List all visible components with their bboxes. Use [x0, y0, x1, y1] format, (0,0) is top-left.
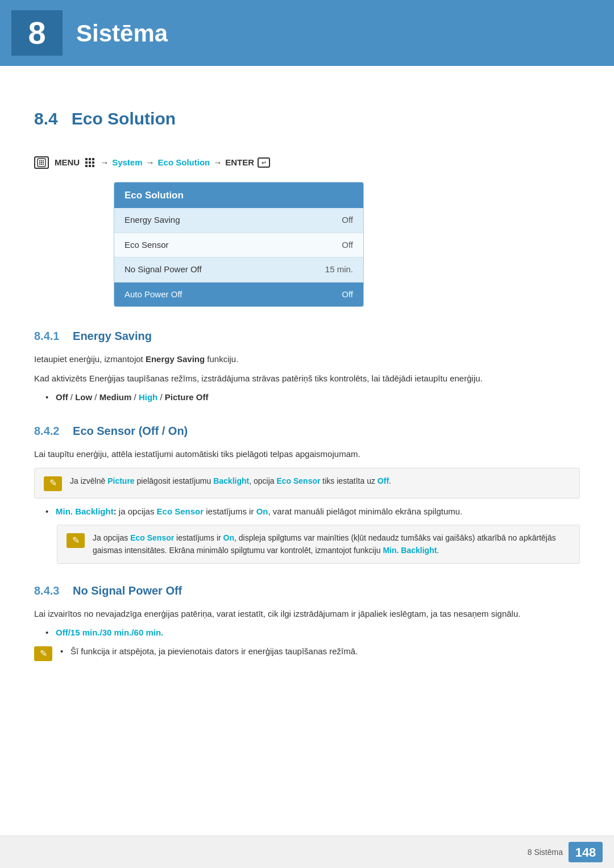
- menu-label: MENU: [55, 156, 80, 169]
- arrow2: →: [146, 156, 155, 169]
- eco-solution-popup: Eco Solution Energy Saving Off Eco Senso…: [114, 182, 364, 308]
- no-signal-bullet-1: Off/15 min./30 min./60 min.: [45, 626, 580, 639]
- system-menu: System: [112, 156, 142, 169]
- eco-row-eco-sensor-value: Off: [342, 239, 353, 252]
- eco-sensor-para1: Lai taupītu enerģiju, attēla iestatījumi…: [34, 447, 580, 461]
- subsection-841-heading: 8.4.1 Energy Saving: [34, 327, 580, 344]
- eco-sensor-bullet-list: Min. Backlight: ja opcijas Eco Sensor ie…: [45, 505, 580, 518]
- eco-menu: Eco Solution: [158, 156, 210, 169]
- svg-rect-6: [43, 162, 44, 163]
- svg-rect-1: [39, 160, 40, 161]
- chapter-number: 8: [11, 10, 63, 56]
- eco-popup-title: Eco Solution: [114, 182, 363, 209]
- footer-page-number: 148: [569, 842, 603, 862]
- energy-saving-bullet-1: Off / Low / Medium / High / Picture Off: [45, 391, 580, 404]
- eco-row-energy-saving-value: Off: [342, 214, 353, 227]
- note-icon-1: [44, 476, 62, 491]
- arrow3: →: [213, 156, 222, 169]
- energy-saving-bullet-list: Off / Low / Medium / High / Picture Off: [45, 391, 580, 404]
- section-number: 8.4: [34, 106, 58, 131]
- eco-row-eco-sensor-label: Eco Sensor: [125, 239, 169, 252]
- svg-rect-9: [43, 164, 44, 165]
- eco-row-energy-saving: Energy Saving Off: [114, 208, 363, 233]
- eco-row-no-signal-value: 15 min.: [325, 263, 353, 276]
- svg-rect-7: [39, 164, 40, 165]
- eco-sensor-note2-content: Ja opcijas Eco Sensor iestatījums ir On,…: [93, 532, 570, 556]
- eco-row-energy-saving-label: Energy Saving: [125, 214, 180, 227]
- eco-row-no-signal: No Signal Power Off 15 min.: [114, 258, 363, 283]
- no-signal-note-1: Šī funkcija ir atspējota, ja pievienotai…: [60, 645, 358, 658]
- enter-label: ENTER: [225, 156, 254, 169]
- eco-sensor-bullet-1: Min. Backlight: ja opcijas Eco Sensor ie…: [45, 505, 580, 518]
- energy-saving-para1: Ietaupiet enerģiju, izmantojot Energy Sa…: [34, 352, 580, 366]
- section-title: Eco Solution: [72, 106, 176, 131]
- no-signal-bullet-list: Off/15 min./30 min./60 min.: [45, 626, 580, 639]
- no-signal-para1: Lai izvairītos no nevajadzīga enerģijas …: [34, 607, 580, 621]
- eco-sensor-note2: Ja opcijas Eco Sensor iestatījums ir On,…: [57, 525, 580, 564]
- chapter-title: Sistēma: [76, 15, 168, 51]
- eco-sensor-note1-content: Ja izvēlnē Picture pielāgosit iestatījum…: [70, 475, 570, 488]
- note-icon-3: [34, 646, 52, 661]
- no-signal-note-list: Šī funkcija ir atspējota, ja pievienotai…: [60, 645, 358, 662]
- eco-sensor-note1: Ja izvēlnē Picture pielāgosit iestatījum…: [34, 468, 580, 499]
- svg-rect-2: [41, 160, 42, 161]
- note-icon-2: [67, 533, 85, 548]
- eco-sensor-note2-container: Ja opcijas Eco Sensor iestatījums ir On,…: [57, 525, 580, 564]
- eco-row-auto-power-off: Auto Power Off Off: [114, 283, 363, 307]
- energy-saving-para2: Kad aktivizēts Enerģijas taupīšanas režī…: [34, 372, 580, 385]
- page-footer: 8 Sistēma 148: [0, 836, 614, 868]
- enter-icon: ↵: [258, 157, 270, 168]
- chapter-header: 8 Sistēma: [0, 0, 614, 66]
- svg-rect-4: [39, 162, 40, 163]
- svg-rect-3: [43, 160, 44, 161]
- arrow1: →: [100, 156, 109, 169]
- eco-row-eco-sensor: Eco Sensor Off: [114, 233, 363, 258]
- footer-text: 8 Sistēma: [528, 846, 563, 858]
- eco-row-no-signal-label: No Signal Power Off: [125, 263, 202, 276]
- subsection-843-heading: 8.4.3 No Signal Power Off: [34, 582, 580, 599]
- eco-row-auto-power-off-label: Auto Power Off: [125, 288, 182, 301]
- svg-rect-5: [41, 162, 42, 163]
- subsection-842-heading: 8.4.2 Eco Sensor (Off / On): [34, 422, 580, 439]
- main-content: 8.4 Eco Solution MENU: [0, 66, 614, 695]
- svg-rect-8: [41, 164, 42, 165]
- eco-row-auto-power-off-value: Off: [342, 288, 353, 301]
- menu-remote-icon: [34, 156, 49, 169]
- menu-path: MENU → System → Eco Solution → ENTER ↵: [34, 156, 580, 169]
